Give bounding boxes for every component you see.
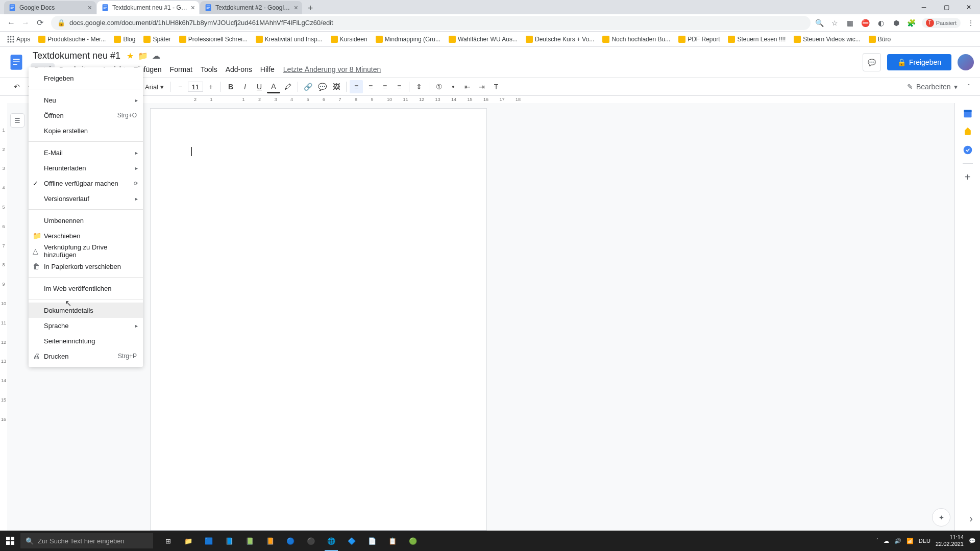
menu-item-move[interactable]: 📁Verschieben (29, 228, 143, 243)
minimize-button[interactable]: ─ (913, 0, 935, 14)
indent-increase-button[interactable]: ⇥ (475, 80, 488, 93)
menu-item-print[interactable]: 🖨DruckenStrg+P (29, 348, 143, 364)
text-color-button[interactable]: A (267, 80, 280, 93)
zoom-icon[interactable]: 🔍 (815, 18, 825, 28)
align-left-button[interactable]: ≡ (350, 80, 363, 93)
browser-tab[interactable]: Textdokument neu #1 - Google × (97, 1, 199, 14)
font-size-increase[interactable]: + (204, 80, 217, 93)
menu-hilfe[interactable]: Hilfe (257, 63, 278, 76)
close-icon[interactable]: × (191, 4, 195, 12)
underline-button[interactable]: U (253, 80, 266, 93)
extension-icon[interactable]: ◐ (876, 18, 886, 28)
reload-button[interactable]: ⟳ (33, 16, 47, 30)
menu-item-open[interactable]: ÖffnenStrg+O (29, 108, 143, 123)
keep-icon[interactable] (963, 127, 973, 137)
forward-button[interactable]: → (18, 16, 33, 30)
bookmark-item[interactable]: Mindmapping (Gru... (373, 34, 444, 45)
menu-item-page-setup[interactable]: Seiteneinrichtung (29, 333, 143, 348)
bookmark-item[interactable]: Steuern Videos wic... (791, 34, 864, 45)
menu-item-email[interactable]: E-Mail▸ (29, 145, 143, 160)
menu-item-offline[interactable]: ✓Offline verfügbar machen⟳ (29, 176, 143, 191)
align-center-button[interactable]: ≡ (364, 80, 377, 93)
menu-item-version-history[interactable]: Versionsverlauf▸ (29, 191, 143, 206)
bulleted-list-button[interactable]: • (447, 80, 460, 93)
move-icon[interactable]: 📁 (138, 51, 148, 61)
horizontal-ruler[interactable]: 21123456789101112131415161718 (0, 96, 980, 103)
url-input[interactable]: 🔒 docs.google.com/document/d/1hUH8k6h7Lb… (51, 16, 811, 30)
menu-item-make-copy[interactable]: Kopie erstellen (29, 123, 143, 138)
bold-button[interactable]: B (224, 80, 237, 93)
star-icon[interactable]: ★ (127, 51, 134, 61)
docs-logo-icon[interactable] (6, 52, 27, 72)
bookmark-item[interactable]: Kreativität und Insp... (253, 34, 326, 45)
font-size-decrease[interactable]: − (174, 80, 187, 93)
cloud-status-icon[interactable]: ☁ (152, 51, 160, 61)
menu-item-share[interactable]: Freigeben (29, 70, 143, 86)
outline-toggle-button[interactable]: ☰ (10, 113, 24, 128)
bookmark-item[interactable]: Steuern Lesen !!!! (725, 34, 789, 45)
insert-link-button[interactable]: 🔗 (301, 80, 314, 93)
bookmark-item[interactable]: Kursideen (328, 34, 371, 45)
bookmark-item[interactable]: Büro (866, 34, 894, 45)
numbered-list-button[interactable]: ① (432, 80, 446, 93)
vertical-ruler[interactable]: 12345678910111213141516 (0, 103, 7, 531)
italic-button[interactable]: I (238, 80, 252, 93)
menu-item-language[interactable]: Sprache▸ (29, 318, 143, 333)
menu-item-download[interactable]: Herunterladen▸ (29, 160, 143, 176)
qr-icon[interactable]: ▦ (845, 18, 855, 28)
account-avatar[interactable] (958, 54, 974, 70)
bookmark-item[interactable]: Professionell Schrei... (176, 34, 251, 45)
bookmark-item[interactable]: Apps (4, 34, 33, 45)
profile-chip[interactable]: T Pausiert (922, 18, 961, 28)
insert-comment-button[interactable]: 💬 (315, 80, 329, 93)
line-spacing-button[interactable]: ⇕ (412, 80, 426, 93)
back-button[interactable]: ← (4, 16, 18, 30)
calendar-icon[interactable] (963, 108, 973, 118)
kebab-menu-icon[interactable]: ⋮ (966, 18, 976, 28)
extension-icon[interactable]: ⬢ (891, 18, 901, 28)
menu-item-publish-web[interactable]: Im Web veröffentlichen (29, 281, 143, 296)
menu-item-add-shortcut[interactable]: △Verknüpfung zu Drive hinzufügen (29, 243, 143, 259)
adblock-icon[interactable]: ⛔ (861, 18, 871, 28)
bookmark-item[interactable]: Noch hochladen Bu... (599, 34, 673, 45)
browser-tab[interactable]: Google Docs × (4, 1, 96, 14)
bookmark-item[interactable]: Wahlfächer WU Aus... (446, 34, 521, 45)
close-icon[interactable]: × (294, 4, 298, 12)
align-justify-button[interactable]: ≡ (393, 80, 406, 93)
star-icon[interactable]: ☆ (830, 18, 840, 28)
font-family-select[interactable]: Arial ▾ (142, 83, 167, 91)
align-right-button[interactable]: ≡ (378, 80, 391, 93)
bookmark-item[interactable]: PDF Report (675, 34, 723, 45)
menu-item-rename[interactable]: Umbenennen (29, 213, 143, 228)
indent-decrease-button[interactable]: ⇤ (461, 80, 474, 93)
font-size-input[interactable] (188, 82, 203, 92)
document-page[interactable] (150, 108, 487, 531)
menu-item-new[interactable]: Neu▸ (29, 92, 143, 108)
close-window-button[interactable]: ✕ (958, 0, 980, 14)
bookmark-item[interactable]: Produktsuche - Mer... (35, 34, 109, 45)
maximize-button[interactable]: ▢ (935, 0, 958, 14)
close-icon[interactable]: × (88, 4, 92, 12)
add-addon-button[interactable]: + (963, 172, 973, 182)
menu-format[interactable]: Format (166, 63, 196, 76)
tasks-icon[interactable] (963, 145, 973, 155)
clear-formatting-button[interactable]: T (489, 80, 503, 93)
bookmark-item[interactable]: Später (140, 34, 174, 45)
bookmark-item[interactable]: Deutsche Kurs + Vo... (523, 34, 597, 45)
collapse-toolbar-button[interactable]: ˆ (968, 83, 970, 91)
menu-tools[interactable]: Tools (197, 63, 221, 76)
explore-button[interactable]: ✦ (932, 508, 950, 527)
last-edit-link[interactable]: Letzte Änderung vor 8 Minuten (279, 63, 385, 76)
new-tab-button[interactable]: + (303, 2, 317, 14)
editing-mode-select[interactable]: ✎ Bearbeiten ▾ (902, 81, 963, 93)
side-panel-expand-button[interactable]: › (969, 513, 973, 524)
menu-item-details[interactable]: Dokumentdetails (29, 303, 143, 318)
insert-image-button[interactable]: 🖼 (330, 80, 343, 93)
comments-button[interactable]: 💬 (863, 53, 881, 71)
menu-item-trash[interactable]: 🗑In Papierkorb verschieben (29, 259, 143, 274)
menu-add-ons[interactable]: Add-ons (222, 63, 256, 76)
bookmark-item[interactable]: Blog (111, 34, 138, 45)
undo-button[interactable]: ↶ (10, 80, 23, 93)
document-title[interactable]: Textdokument neu #1 (31, 49, 122, 62)
highlight-button[interactable]: 🖍 (281, 80, 295, 93)
